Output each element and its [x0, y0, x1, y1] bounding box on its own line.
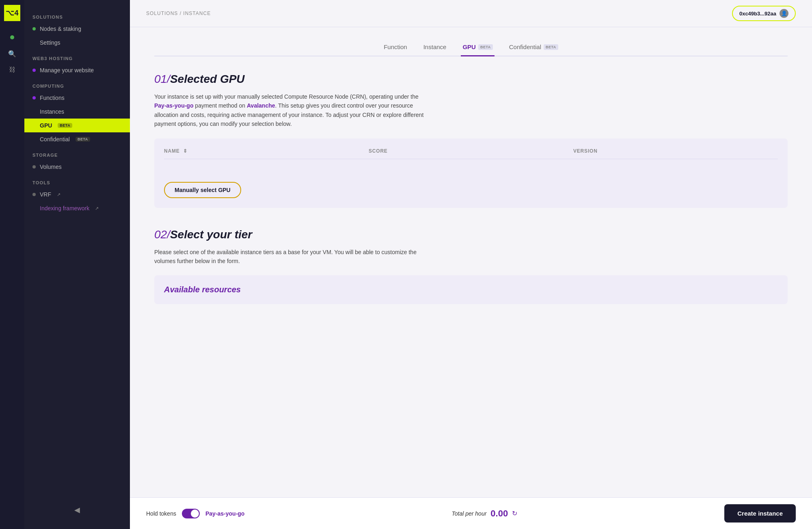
sidebar-label-gpu: GPU — [40, 122, 52, 129]
sidebar-label-vrf: VRF — [40, 191, 51, 198]
tab-gpu-badge: BETA — [478, 44, 493, 50]
tab-function-label: Function — [384, 43, 407, 50]
gpu-table-empty — [164, 166, 778, 182]
sidebar-item-vrf[interactable]: VRF ↗ — [24, 188, 130, 201]
indexing-external-icon: ↗ — [95, 206, 99, 211]
sidebar: SOLUTIONS Nodes & staking Settings WEB3 … — [24, 0, 130, 529]
sidebar-collapse-button[interactable]: ◀ — [24, 499, 130, 521]
tab-confidential[interactable]: Confidential BETA — [508, 39, 560, 56]
create-instance-button[interactable]: Create instance — [724, 504, 796, 523]
avatar: 👤 — [780, 9, 788, 18]
gpu-badge: BETA — [58, 123, 72, 128]
section2-heading: 02/Select your tier — [154, 228, 788, 241]
sidebar-item-indexing-framework[interactable]: Indexing framework ↗ — [24, 201, 130, 215]
sidebar-item-gpu[interactable]: GPU BETA — [24, 119, 130, 132]
sidebar-item-instances[interactable]: Instances — [24, 105, 130, 119]
confidential-badge: BETA — [76, 137, 90, 142]
tab-instance-label: Instance — [423, 43, 447, 50]
sidebar-label-confidential: Confidential — [40, 136, 70, 143]
tab-confidential-badge: BETA — [544, 44, 558, 50]
main-content: SOLUTIONS / INSTANCE 0xc49b3...92aa 👤 Fu… — [130, 0, 812, 529]
sidebar-item-nodes-staking[interactable]: Nodes & staking — [24, 22, 130, 36]
rail-icon-link[interactable]: ⛓ — [6, 63, 19, 76]
sidebar-computing-label: COMPUTING — [24, 77, 130, 91]
sidebar-storage-label: STORAGE — [24, 146, 130, 160]
vrf-external-icon: ↗ — [57, 192, 60, 197]
dot-purple-icon — [32, 69, 36, 72]
sidebar-tools-label: TOOLS — [24, 174, 130, 188]
tab-bar: Function Instance GPU BETA Confidential … — [154, 39, 788, 56]
sidebar-label-instances: Instances — [40, 108, 64, 115]
bottom-bar: Hold tokens Pay-as-you-go Total per hour… — [130, 497, 812, 529]
tab-gpu[interactable]: GPU BETA — [461, 39, 494, 56]
section1-description: Your instance is set up with your manual… — [154, 92, 430, 129]
available-resources-card: Available resources — [154, 275, 788, 304]
manually-select-gpu-button[interactable]: Manually select GPU — [164, 182, 241, 198]
dot-storage-icon — [32, 165, 36, 168]
toggle-knob — [191, 510, 199, 518]
sidebar-item-manage-website[interactable]: Manage your website — [24, 63, 130, 77]
sidebar-solutions-label: SOLUTIONS — [24, 8, 130, 22]
section-selected-gpu: 01/Selected GPU Your instance is set up … — [154, 73, 788, 208]
sidebar-label-volumes: Volumes — [40, 164, 62, 170]
rail-icon-dot[interactable] — [6, 31, 19, 44]
sidebar-item-volumes[interactable]: Volumes — [24, 160, 130, 174]
sidebar-label-settings: Settings — [40, 39, 60, 46]
col-score-header: SCORE — [369, 148, 573, 154]
tab-gpu-label: GPU — [462, 43, 476, 50]
tab-confidential-label: Confidential — [509, 43, 541, 50]
sidebar-web3-label: WEB3 HOSTING — [24, 50, 130, 63]
dot-computing-icon — [32, 96, 36, 99]
section2-description: Please select one of the available insta… — [154, 248, 430, 266]
user-address: 0xc49b3...92aa — [739, 11, 776, 17]
tab-instance[interactable]: Instance — [422, 39, 448, 56]
hold-tokens-toggle[interactable] — [182, 509, 200, 518]
total-per-hour-label: Total per hour — [451, 510, 486, 517]
sidebar-label-nodes: Nodes & staking — [40, 26, 81, 32]
icon-rail: ⌥4 🔍 ⛓ — [0, 0, 24, 529]
sidebar-item-confidential[interactable]: Confidential BETA — [24, 132, 130, 146]
section1-heading: 01/Selected GPU — [154, 73, 788, 86]
total-group: Total per hour 0.00 ↻ — [451, 508, 517, 519]
total-value: 0.00 — [490, 508, 508, 519]
topbar: SOLUTIONS / INSTANCE 0xc49b3...92aa 👤 — [130, 0, 812, 27]
col-version-header: VERSION — [573, 148, 778, 154]
pay-as-you-go-label: Pay-as-you-go — [205, 510, 244, 517]
available-resources-title: Available resources — [164, 285, 778, 294]
refresh-icon[interactable]: ↻ — [512, 510, 517, 517]
sidebar-item-functions[interactable]: Functions — [24, 91, 130, 105]
section-select-tier: 02/Select your tier Please select one of… — [154, 228, 788, 304]
rail-icon-search[interactable]: 🔍 — [6, 47, 19, 60]
dot-green-icon — [32, 27, 36, 30]
pay-as-you-go-link[interactable]: Pay-as-you-go — [154, 102, 193, 109]
gpu-selection-card: NAME ⇕ SCORE VERSION Manually select GPU — [154, 138, 788, 208]
page-body: Function Instance GPU BETA Confidential … — [130, 27, 812, 529]
sidebar-label-manage-website: Manage your website — [40, 67, 94, 73]
hold-tokens-label: Hold tokens — [146, 510, 176, 517]
avalanche-link[interactable]: Avalanche — [247, 102, 275, 109]
gpu-table-header: NAME ⇕ SCORE VERSION — [164, 148, 778, 159]
sidebar-item-settings[interactable]: Settings — [24, 36, 130, 50]
logo[interactable]: ⌥4 — [4, 5, 20, 21]
hold-tokens-group: Hold tokens Pay-as-you-go — [146, 509, 244, 518]
tab-function[interactable]: Function — [382, 39, 409, 56]
sidebar-label-functions: Functions — [40, 95, 65, 101]
user-pill[interactable]: 0xc49b3...92aa 👤 — [732, 6, 796, 21]
dot-tools-icon — [32, 193, 36, 196]
sidebar-label-indexing: Indexing framework — [40, 205, 89, 212]
breadcrumb: SOLUTIONS / INSTANCE — [146, 11, 211, 16]
col-name-header: NAME ⇕ — [164, 148, 369, 154]
